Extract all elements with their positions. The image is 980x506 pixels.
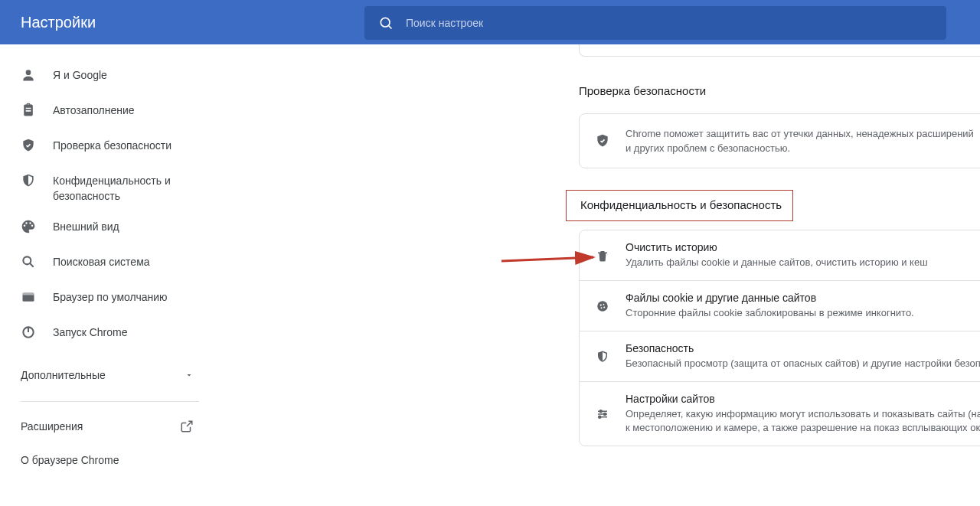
row-clear-browsing-data[interactable]: Очистить историю Удалить файлы cookie и … xyxy=(580,230,980,280)
svg-point-13 xyxy=(603,306,605,308)
clipboard-icon xyxy=(21,103,36,118)
sidebar-item-startup[interactable]: Запуск Chrome xyxy=(0,317,214,348)
search-container[interactable] xyxy=(364,6,946,40)
privacy-card: Очистить историю Удалить файлы cookie и … xyxy=(579,230,980,446)
section-title-safety: Проверка безопасности xyxy=(579,84,706,97)
safety-check-card: Chrome поможет защитить вас от утечки да… xyxy=(579,113,980,168)
svg-point-17 xyxy=(604,413,606,415)
sidebar-item-privacy[interactable]: Конфиденциальность и безопасность xyxy=(0,165,214,211)
sidebar-item-label: Запуск Chrome xyxy=(53,325,214,340)
svg-rect-6 xyxy=(23,292,34,295)
trash-icon xyxy=(595,248,610,263)
search-icon xyxy=(378,15,394,31)
sidebar-item-label: Я и Google xyxy=(53,67,214,83)
sidebar-item-label: Внешний вид xyxy=(53,219,214,234)
layout: Я и Google Автозаполнение Проверка безоп… xyxy=(0,44,980,506)
svg-point-19 xyxy=(599,416,601,418)
about-label: О браузере Chrome xyxy=(21,454,119,466)
row-subtitle: Безопасный просмотр (защита от опасных с… xyxy=(626,357,980,371)
external-link-icon xyxy=(180,419,194,433)
advanced-label: Дополнительные xyxy=(21,369,106,381)
browser-icon xyxy=(21,289,36,305)
svg-point-3 xyxy=(23,256,31,264)
svg-point-0 xyxy=(381,18,390,27)
sidebar-advanced[interactable]: Дополнительные xyxy=(0,357,214,393)
sidebar-about[interactable]: О браузере Chrome xyxy=(0,443,214,477)
sidebar-item-label: Браузер по умолчанию xyxy=(53,289,214,305)
svg-point-11 xyxy=(603,303,605,305)
sidebar-item-safety-check[interactable]: Проверка безопасности xyxy=(0,130,214,161)
sidebar-item-appearance[interactable]: Внешний вид xyxy=(0,211,214,242)
shield-icon xyxy=(595,349,610,364)
row-security[interactable]: Безопасность Безопасный просмотр (защита… xyxy=(580,331,980,381)
shield-icon xyxy=(21,173,36,188)
sidebar: Я и Google Автозаполнение Проверка безоп… xyxy=(0,44,214,506)
prev-card-edge xyxy=(579,44,980,57)
sidebar-item-you-and-google[interactable]: Я и Google xyxy=(0,60,214,90)
page-title: Настройки xyxy=(21,14,96,31)
row-title: Безопасность xyxy=(626,342,980,354)
row-title: Настройки сайтов xyxy=(626,393,980,405)
extensions-label: Расширения xyxy=(21,420,83,433)
row-title: Очистить историю xyxy=(626,241,980,253)
svg-line-1 xyxy=(389,26,392,29)
cookie-icon xyxy=(595,299,610,314)
sidebar-item-label: Проверка безопасности xyxy=(53,138,214,153)
row-cookies[interactable]: Файлы cookie и другие данные сайтов Стор… xyxy=(580,280,980,331)
shield-check-icon xyxy=(21,138,36,153)
svg-point-10 xyxy=(600,304,602,305)
sidebar-item-label: Поисковая система xyxy=(53,254,214,269)
power-icon xyxy=(21,325,36,340)
row-subtitle: Сторонние файлы cookie заблокированы в р… xyxy=(626,306,980,320)
sidebar-item-label: Конфиденциальность и безопасность xyxy=(53,173,214,204)
chevron-down-icon xyxy=(185,371,194,380)
search-icon xyxy=(21,254,36,269)
person-icon xyxy=(21,67,36,83)
svg-line-4 xyxy=(30,263,34,267)
section-title-privacy-highlighted: Конфиденциальность и безопасность xyxy=(566,190,793,221)
divider xyxy=(21,401,199,402)
search-input[interactable] xyxy=(406,17,946,29)
shield-check-icon xyxy=(595,133,610,149)
palette-icon xyxy=(21,219,36,234)
row-subtitle: Определяет, какую информацию могут испол… xyxy=(626,407,980,435)
sidebar-item-autofill[interactable]: Автозаполнение xyxy=(0,95,214,126)
sidebar-extensions[interactable]: Расширения xyxy=(0,410,214,443)
header: Настройки xyxy=(0,0,980,44)
privacy-heading: Конфиденциальность и безопасность xyxy=(580,198,782,211)
row-subtitle: Удалить файлы cookie и данные сайтов, оч… xyxy=(626,256,980,269)
safety-check-description: Chrome поможет защитить вас от утечки да… xyxy=(626,126,978,155)
svg-point-2 xyxy=(26,70,31,75)
row-title: Файлы cookie и другие данные сайтов xyxy=(626,292,980,304)
svg-point-9 xyxy=(597,301,608,312)
row-site-settings[interactable]: Настройки сайтов Определяет, какую инфор… xyxy=(580,381,980,446)
svg-point-12 xyxy=(601,307,603,308)
main-content: Проверка безопасности Chrome поможет защ… xyxy=(214,44,980,506)
sidebar-item-label: Автозаполнение xyxy=(53,103,214,118)
sidebar-item-default-browser[interactable]: Браузер по умолчанию xyxy=(0,282,214,312)
svg-point-15 xyxy=(599,410,602,412)
sliders-icon xyxy=(595,406,610,422)
sidebar-item-search-engine[interactable]: Поисковая система xyxy=(0,246,214,277)
